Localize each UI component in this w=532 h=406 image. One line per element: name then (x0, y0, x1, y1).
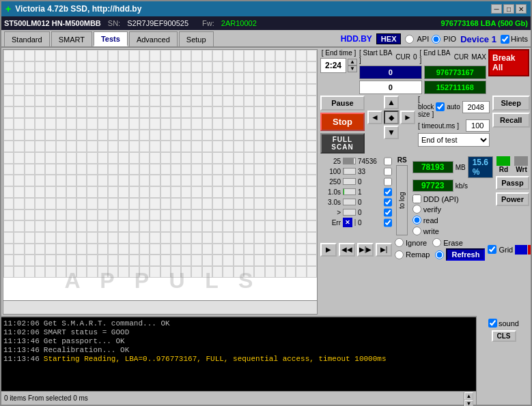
maximize-button[interactable]: □ (503, 4, 514, 14)
grid-cell (171, 72, 181, 84)
hist-check-err[interactable] (384, 218, 392, 227)
hist-check-250[interactable] (384, 177, 392, 186)
grid-cell (202, 186, 212, 198)
hist-check-3s[interactable] (384, 198, 392, 207)
grid-cell (150, 152, 160, 164)
grid-cell (45, 152, 55, 164)
hist-check-25[interactable] (384, 157, 392, 166)
erase-radio[interactable] (432, 238, 441, 247)
arrow-up-button[interactable]: ▲ (384, 96, 399, 109)
arrow-down-button[interactable]: ▼ (384, 126, 399, 139)
grid-cell (254, 152, 264, 164)
grid-cell (160, 266, 171, 278)
remap-radio[interactable] (395, 250, 404, 259)
hist-row-25: 25 74536 (320, 156, 392, 166)
grid-cell (98, 106, 108, 118)
sound-checkbox[interactable] (488, 319, 497, 328)
grid-cell (129, 84, 139, 96)
grid-cell (160, 255, 171, 266)
fullscan-button[interactable]: FULL SCAN (320, 133, 365, 154)
hex-button[interactable]: HEX (376, 33, 402, 44)
grid-cell (87, 255, 97, 266)
grid-cell (296, 152, 306, 164)
grid-cell (296, 198, 306, 209)
hist-check-1s[interactable] (384, 188, 392, 197)
time-spin-up[interactable]: ▲ (348, 59, 357, 66)
tab-smart[interactable]: SMART (51, 31, 92, 46)
sleep-button[interactable]: Sleep (492, 96, 530, 111)
end-lba-value[interactable]: 976773167 (424, 66, 487, 79)
verify-radio[interactable] (412, 205, 421, 214)
skip-end-button[interactable]: ▶| (376, 243, 392, 257)
grid-cell (129, 232, 139, 244)
time-spin-down[interactable]: ▼ (348, 66, 357, 72)
grid-cell (223, 164, 233, 175)
err-x-indicator: ✕ (343, 218, 352, 227)
arrow-left-button[interactable]: ◄ (367, 111, 382, 124)
pio-radio[interactable] (432, 35, 440, 44)
grid-cell (160, 209, 171, 221)
api-radio[interactable] (405, 35, 414, 44)
grid-cell (56, 118, 66, 130)
refresh-radio[interactable] (435, 250, 444, 259)
auto-checkbox[interactable] (436, 102, 445, 111)
grid-cell (285, 186, 296, 198)
grid-cell (118, 244, 128, 255)
grid-cell (3, 164, 14, 175)
pause-button[interactable]: Pause (320, 96, 365, 111)
read-radio[interactable] (412, 216, 421, 224)
skip-next-button[interactable]: ▶|▶ (357, 243, 374, 257)
grid-cell (307, 164, 317, 175)
grid-cell (171, 220, 181, 232)
grid-cell (25, 61, 35, 73)
grid-cell (45, 84, 55, 96)
scroll-up-button[interactable]: ▲ (464, 392, 473, 400)
grid-cell (275, 152, 285, 164)
ddd-checkbox[interactable] (412, 194, 421, 203)
grid-cell (25, 84, 35, 96)
grid-cell (307, 266, 317, 278)
refresh-selected[interactable]: Refresh (446, 248, 485, 261)
grid-checkbox[interactable] (488, 245, 496, 254)
hints-checkbox[interactable] (501, 35, 509, 44)
break-all-button[interactable]: Break All (488, 49, 529, 76)
grid-cell (56, 96, 66, 107)
cur-lba-value[interactable]: 152711168 (424, 81, 487, 94)
hdd-by-link[interactable]: HDD.BY (341, 34, 372, 44)
arrow-right-button[interactable]: ► (400, 111, 415, 124)
kbs-row: 97723 kb/s (412, 179, 493, 192)
minimize-button[interactable]: ─ (491, 4, 502, 14)
grid-cell (275, 186, 285, 198)
cur-value[interactable]: 0 (359, 81, 422, 94)
grid-cell (45, 244, 55, 255)
scroll-down-button[interactable]: ▼ (464, 400, 473, 407)
hist-check-100[interactable] (384, 167, 392, 176)
hist-value-err: 0 (358, 219, 382, 227)
grid-cell (76, 96, 87, 107)
lba-section: [ Start LBA ] CUR 0 [ End LBA ] CUR MAX … (359, 49, 486, 94)
hist-value-gt: 0 (358, 209, 382, 216)
tab-standard[interactable]: Standard (4, 31, 50, 46)
close-button[interactable]: ✕ (516, 4, 527, 14)
end-test-select[interactable]: End of test (418, 133, 490, 147)
grid-cell (118, 175, 128, 186)
rewind-button[interactable]: ◀◀ (339, 243, 355, 257)
play-button[interactable]: ▶ (320, 243, 337, 257)
ignore-radio[interactable] (395, 238, 404, 247)
cls-button[interactable]: CLS (492, 330, 516, 342)
tab-advanced[interactable]: Advanced (129, 31, 178, 46)
recall-button[interactable]: Recall (492, 113, 530, 128)
block-size-input[interactable] (462, 101, 490, 113)
grid-cell (139, 244, 150, 255)
write-radio[interactable] (412, 227, 421, 235)
tab-setup[interactable]: Setup (179, 31, 214, 46)
timeout-input[interactable] (466, 119, 490, 132)
grid-cell (234, 220, 244, 232)
tab-tests[interactable]: Tests (94, 31, 128, 46)
start-lba-value[interactable]: 0 (359, 66, 422, 79)
hist-check-gt[interactable] (384, 208, 392, 217)
stop-button[interactable]: Stop (320, 113, 365, 131)
power-button[interactable]: Power (496, 192, 529, 206)
passp-button[interactable]: Passp (496, 176, 529, 190)
grid-cell (25, 266, 35, 278)
